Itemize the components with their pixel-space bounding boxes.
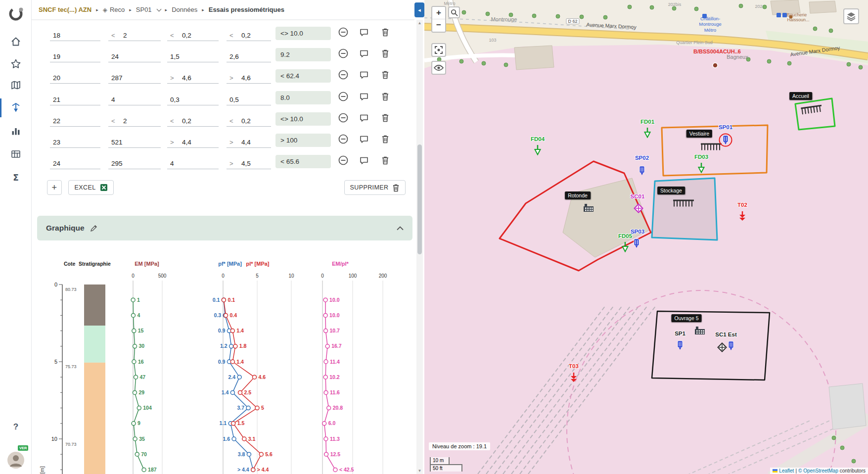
marker-label-sc1-est[interactable]: SC1 Est bbox=[715, 332, 736, 337]
breadcrumb-item-reco[interactable]: ◈Reco bbox=[103, 6, 125, 13]
comment-row-button[interactable] bbox=[358, 69, 370, 81]
sidebar-item-data-tables[interactable] bbox=[0, 143, 32, 165]
delete-row-button[interactable] bbox=[379, 112, 391, 124]
layers-control-button[interactable] bbox=[843, 8, 859, 24]
em-value-input[interactable] bbox=[111, 74, 159, 82]
arrow-marker-icon-fd01[interactable] bbox=[643, 127, 651, 138]
map-search-button[interactable] bbox=[448, 6, 460, 18]
sidebar-item-map[interactable] bbox=[0, 74, 32, 96]
em-value-input[interactable] bbox=[123, 117, 159, 125]
vertical-scrollbar[interactable]: ▲ ▼ bbox=[416, 20, 423, 474]
breadcrumb-item-sp01[interactable]: SP01 bbox=[136, 6, 161, 13]
tarrow-marker-icon-t02[interactable] bbox=[738, 211, 746, 222]
arrow-marker-icon-fd04[interactable] bbox=[534, 144, 542, 155]
row-number-input[interactable] bbox=[53, 32, 98, 39]
scroll-up-arrow[interactable]: ▲ bbox=[416, 20, 423, 26]
comment-row-button[interactable] bbox=[358, 112, 370, 124]
exclude-row-button[interactable] bbox=[337, 112, 349, 124]
exclude-row-button[interactable] bbox=[337, 47, 349, 59]
osm-link[interactable]: © OpenStreetMap bbox=[798, 468, 838, 474]
marker-label-fd03[interactable]: FD03 bbox=[694, 154, 708, 160]
pf-value-input[interactable] bbox=[170, 53, 217, 60]
sidebar-item-formulas[interactable]: Σ bbox=[0, 167, 32, 189]
marker-label-sp03[interactable]: SP03 bbox=[631, 229, 644, 235]
operator-toggle[interactable]: < bbox=[111, 32, 123, 39]
pl-value-input[interactable] bbox=[229, 53, 269, 60]
comment-row-button[interactable] bbox=[358, 154, 370, 166]
graph-section-header[interactable]: Graphique bbox=[37, 216, 412, 240]
em-value-input[interactable] bbox=[111, 96, 159, 103]
comment-row-button[interactable] bbox=[358, 47, 370, 59]
zoom-in-button[interactable]: + bbox=[432, 7, 445, 19]
pf-value-input[interactable] bbox=[182, 32, 217, 39]
operator-toggle[interactable]: > bbox=[229, 160, 241, 167]
pf-value-input[interactable] bbox=[182, 117, 217, 125]
row-number-input[interactable] bbox=[53, 96, 98, 103]
zone-label-rotonde[interactable]: Rotonde bbox=[565, 191, 591, 199]
delete-row-button[interactable] bbox=[379, 47, 391, 59]
chevron-down-icon[interactable] bbox=[156, 6, 161, 11]
em-value-input[interactable] bbox=[111, 139, 159, 146]
diamond-marker-icon-sc1-est[interactable] bbox=[717, 342, 727, 352]
user-avatar[interactable] bbox=[0, 449, 32, 471]
row-number-input[interactable] bbox=[53, 74, 98, 82]
operator-toggle[interactable]: > bbox=[229, 139, 241, 146]
collapse-section-chevron-icon[interactable] bbox=[397, 226, 404, 231]
marker-label-sc01[interactable]: SC01 bbox=[631, 193, 645, 199]
arrow-marker-icon-fd03[interactable] bbox=[697, 162, 705, 173]
flag-marker-icon-sp03[interactable] bbox=[633, 238, 640, 248]
operator-toggle[interactable]: < bbox=[111, 117, 123, 125]
flag-marker-icon-sp01[interactable] bbox=[722, 135, 729, 145]
row-number-input[interactable] bbox=[53, 53, 98, 60]
sidebar-item-charts[interactable] bbox=[0, 120, 32, 142]
pl-value-input[interactable] bbox=[241, 139, 269, 146]
delete-row-button[interactable] bbox=[379, 154, 391, 166]
arrow-marker-icon-fd05[interactable] bbox=[621, 241, 629, 252]
app-logo[interactable] bbox=[0, 3, 32, 25]
marker-label-sp1[interactable]: SP1 bbox=[675, 331, 685, 336]
pl-value-input[interactable] bbox=[241, 32, 269, 39]
operator-toggle[interactable]: > bbox=[170, 139, 182, 146]
locate-button[interactable] bbox=[431, 43, 446, 57]
marker-label-t02[interactable]: T02 bbox=[737, 202, 747, 208]
leaflet-link[interactable]: Leaflet bbox=[779, 468, 794, 474]
zone-label-ouvrage-5[interactable]: Ouvrage 5 bbox=[671, 314, 701, 322]
marker-label-sp02[interactable]: SP02 bbox=[635, 155, 649, 161]
pf-value-input[interactable] bbox=[182, 74, 217, 82]
pl-value-input[interactable] bbox=[241, 74, 269, 82]
em-value-input[interactable] bbox=[111, 53, 159, 60]
operator-toggle[interactable]: < bbox=[229, 117, 241, 125]
sidebar-item-favorites[interactable] bbox=[0, 53, 32, 75]
sidebar-item-borehole-tests[interactable] bbox=[0, 97, 32, 119]
row-number-input[interactable] bbox=[53, 139, 98, 146]
exclude-row-button[interactable] bbox=[337, 26, 349, 38]
pl-value-input[interactable] bbox=[241, 117, 269, 125]
marker-label-sp01[interactable]: SP01 bbox=[719, 124, 732, 130]
exclude-row-button[interactable] bbox=[337, 69, 349, 81]
breadcrumb-item-sncf-tec-azn[interactable]: SNCF tec(...) AZN bbox=[39, 6, 91, 13]
comment-row-button[interactable] bbox=[358, 91, 370, 102]
pf-value-input[interactable] bbox=[182, 139, 217, 146]
sidebar-item-home[interactable] bbox=[0, 31, 32, 52]
flag-marker-icon-sp1[interactable] bbox=[677, 340, 684, 350]
flag-marker-icon-sp02[interactable] bbox=[639, 166, 645, 176]
operator-toggle[interactable]: < bbox=[170, 117, 182, 125]
em-value-input[interactable] bbox=[123, 32, 159, 39]
collapse-panel-button[interactable]: ◂ bbox=[414, 2, 424, 17]
marker-label-t03[interactable]: T03 bbox=[569, 363, 579, 369]
breadcrumb-item-essais-pressiom-triques[interactable]: Essais pressiométriques bbox=[209, 6, 284, 13]
pl-value-input[interactable] bbox=[229, 96, 269, 103]
marker-label-fd01[interactable]: FD01 bbox=[640, 119, 654, 125]
breadcrumb-item-donn-es[interactable]: Données bbox=[172, 6, 197, 13]
operator-toggle[interactable]: > bbox=[170, 74, 182, 82]
help-button[interactable]: ? bbox=[0, 416, 32, 438]
map-panel[interactable]: Avenue Marx DormoyAvenue Marx DormoyD 62… bbox=[424, 0, 868, 474]
exclude-row-button[interactable] bbox=[337, 133, 349, 145]
scroll-down-arrow[interactable]: ▼ bbox=[416, 468, 423, 474]
delete-row-button[interactable] bbox=[379, 26, 391, 38]
operator-toggle[interactable]: > bbox=[229, 74, 241, 82]
scrollbar-thumb[interactable] bbox=[417, 144, 422, 254]
exclude-row-button[interactable] bbox=[337, 91, 349, 102]
delete-row-button[interactable] bbox=[379, 69, 391, 81]
layer-visibility-button[interactable] bbox=[431, 61, 446, 75]
